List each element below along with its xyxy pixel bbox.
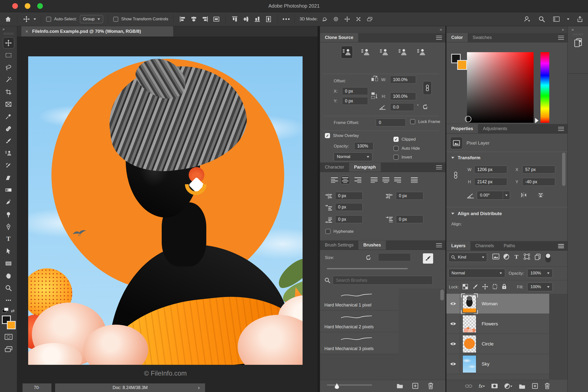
hand-tool[interactable] bbox=[3, 270, 14, 281]
brush-list-item[interactable]: Hard Mechanical 2 pixels bbox=[320, 310, 399, 332]
distribute-icon[interactable] bbox=[264, 15, 273, 23]
clone-source-slot-5[interactable] bbox=[416, 46, 427, 58]
new-adjustment-layer-icon[interactable] bbox=[504, 383, 512, 389]
clone-angle-field[interactable]: 0.0 bbox=[390, 103, 414, 111]
panel-grip[interactable] bbox=[4, 32, 13, 35]
delete-layer-icon[interactable] bbox=[544, 383, 550, 389]
first-line-indent-field[interactable]: 0 px bbox=[335, 203, 362, 211]
screen-mode-button[interactable] bbox=[3, 344, 14, 355]
layer-style-icon[interactable]: fx bbox=[479, 383, 485, 389]
more-options-icon[interactable] bbox=[283, 18, 290, 20]
clone-source-slot-2[interactable] bbox=[360, 46, 372, 58]
justify-last-right-button[interactable] bbox=[393, 176, 402, 184]
panel-menu-icon[interactable] bbox=[436, 166, 442, 170]
magic-wand-tool[interactable] bbox=[3, 74, 14, 85]
scrollbar[interactable] bbox=[562, 153, 566, 186]
clone-h-field[interactable]: 100.0% bbox=[390, 92, 416, 100]
move-tool[interactable] bbox=[3, 37, 14, 48]
link-layers-icon[interactable] bbox=[465, 384, 472, 388]
brush-folder-icon[interactable] bbox=[423, 253, 433, 264]
align-vertical-centers-icon[interactable] bbox=[242, 15, 250, 23]
reset-transform-icon[interactable] bbox=[422, 104, 428, 110]
align-text-right-button[interactable] bbox=[353, 176, 362, 184]
type-tool[interactable]: T bbox=[3, 233, 14, 244]
chevron-down-icon[interactable] bbox=[34, 18, 36, 21]
lock-position-icon[interactable] bbox=[482, 284, 488, 290]
frame-offset-field[interactable]: 0 bbox=[376, 118, 406, 126]
slider-handle-icon[interactable] bbox=[334, 383, 340, 389]
expand-panels-icon[interactable]: « bbox=[568, 26, 588, 32]
layer-row[interactable]: Sky bbox=[446, 354, 549, 374]
swap-colors-icon[interactable]: ⇄ bbox=[11, 308, 14, 314]
offset-x-field[interactable]: 0 px bbox=[342, 87, 368, 95]
clone-stamp-tool[interactable] bbox=[3, 148, 14, 159]
marquee-tool[interactable] bbox=[3, 50, 14, 61]
3d-camera-icon[interactable] bbox=[366, 15, 374, 23]
minimize-window-button[interactable] bbox=[25, 3, 30, 9]
link-wh-icon[interactable] bbox=[423, 81, 432, 95]
share-icon[interactable] bbox=[576, 15, 584, 23]
new-layer-icon[interactable] bbox=[532, 383, 538, 389]
clone-source-slot-3[interactable] bbox=[378, 46, 390, 58]
filter-kind-dropdown[interactable]: Kind bbox=[448, 252, 487, 262]
chevron-down-icon[interactable] bbox=[567, 18, 570, 21]
layer-name[interactable]: Circle bbox=[482, 341, 494, 347]
invert-checkbox[interactable] bbox=[394, 154, 398, 160]
reset-brush-icon[interactable] bbox=[366, 254, 372, 260]
flip-horizontal-icon[interactable] bbox=[520, 192, 528, 198]
fill-dropdown[interactable]: 100% bbox=[527, 282, 553, 291]
lasso-tool[interactable] bbox=[3, 62, 14, 73]
pen-tool[interactable] bbox=[3, 221, 14, 232]
zoom-tool[interactable] bbox=[3, 282, 14, 294]
hyphenate-checkbox[interactable] bbox=[325, 229, 330, 234]
scrollbar[interactable] bbox=[440, 290, 444, 300]
auto-select-target-dropdown[interactable]: Group bbox=[80, 15, 103, 23]
lock-all-icon[interactable] bbox=[502, 284, 507, 290]
default-colors-icon[interactable] bbox=[2, 310, 8, 312]
panel-menu-icon[interactable] bbox=[558, 244, 564, 248]
brush-list-item[interactable]: Hard Mechanical 3 pixels bbox=[320, 332, 399, 354]
filter-adjustment-layers-icon[interactable] bbox=[503, 254, 509, 260]
tab-channels[interactable]: Channels bbox=[470, 241, 499, 250]
filter-type-layers-icon[interactable]: T bbox=[514, 254, 518, 260]
tab-character[interactable]: Character bbox=[320, 163, 349, 172]
show-overlay-checkbox[interactable]: ✓ bbox=[325, 133, 330, 138]
align-top-edges-icon[interactable] bbox=[230, 15, 239, 23]
filter-shape-layers-icon[interactable] bbox=[524, 254, 530, 260]
clone-source-slot-1[interactable] bbox=[341, 46, 353, 58]
layer-visibility-eye-icon[interactable] bbox=[446, 294, 460, 314]
tab-swatches[interactable]: Swatches bbox=[468, 33, 496, 42]
new-brush-icon[interactable] bbox=[412, 383, 418, 389]
new-group-folder-icon[interactable] bbox=[396, 383, 403, 388]
align-right-edges-icon[interactable] bbox=[201, 15, 209, 23]
align-horizontal-centers-icon[interactable] bbox=[190, 15, 198, 23]
layer-visibility-eye-icon[interactable] bbox=[446, 334, 460, 354]
space-after-field[interactable]: 0 px bbox=[396, 215, 423, 223]
overlay-opacity-field[interactable]: 100% bbox=[354, 142, 374, 150]
tab-properties[interactable]: Properties bbox=[446, 124, 478, 133]
clone-source-slot-4[interactable] bbox=[397, 46, 409, 58]
account-icon[interactable] bbox=[523, 15, 531, 23]
lock-artboard-icon[interactable] bbox=[492, 284, 498, 290]
rectangle-tool[interactable] bbox=[3, 258, 14, 269]
align-distribute-section-header[interactable]: Align and Distribute bbox=[451, 211, 502, 216]
background-color-swatch[interactable] bbox=[457, 60, 467, 70]
color-picker-cursor[interactable] bbox=[465, 116, 472, 122]
align-center-icon[interactable] bbox=[212, 15, 220, 23]
brush-size-slider[interactable] bbox=[327, 268, 408, 269]
frame-tool[interactable] bbox=[3, 98, 14, 110]
transform-section-header[interactable]: Transform bbox=[451, 155, 480, 160]
tab-layers[interactable]: Layers bbox=[446, 241, 470, 250]
layer-thumbnail[interactable] bbox=[462, 335, 476, 353]
brush-size-field[interactable] bbox=[378, 253, 410, 261]
lock-transparent-pixels-icon[interactable] bbox=[462, 284, 468, 289]
layer-visibility-eye-icon[interactable] bbox=[446, 354, 460, 374]
3d-slide-icon[interactable] bbox=[354, 15, 362, 23]
layer-visibility-eye-icon[interactable] bbox=[446, 314, 460, 334]
height-field[interactable]: 2142 px bbox=[474, 178, 507, 186]
lock-image-pixels-icon[interactable] bbox=[472, 284, 478, 290]
lock-frame-checkbox[interactable] bbox=[410, 119, 415, 124]
show-transform-controls-checkbox[interactable] bbox=[113, 17, 118, 22]
saturation-brightness-field[interactable] bbox=[467, 52, 534, 123]
offset-y-field[interactable]: 0 px bbox=[342, 97, 368, 105]
